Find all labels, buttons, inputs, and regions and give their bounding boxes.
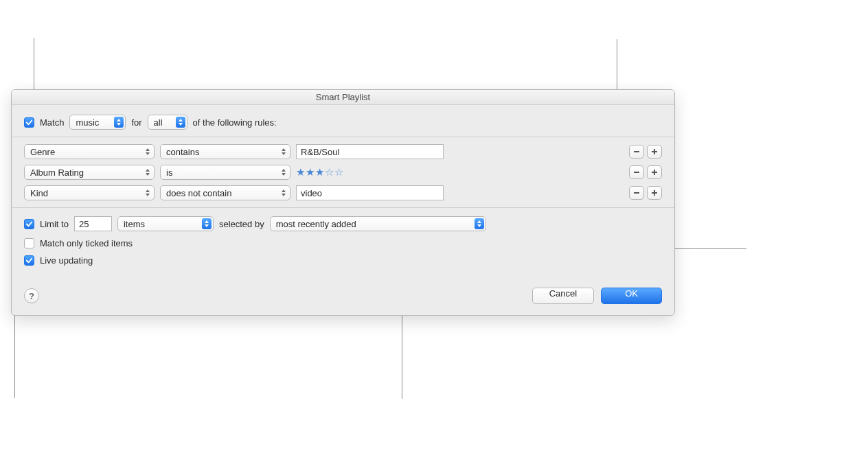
remove-rule-button[interactable] (629, 186, 644, 200)
plus-icon (651, 169, 658, 176)
ok-button[interactable]: OK (601, 288, 662, 304)
help-icon: ? (29, 291, 34, 301)
smart-playlist-dialog: Smart Playlist Match music for all of th… (11, 89, 675, 316)
remove-rule-button[interactable] (629, 165, 644, 179)
rule-field-value: Genre (30, 147, 55, 157)
star-filled-icon: ★ (296, 166, 305, 178)
match-ticked-label: Match only ticked items (40, 238, 133, 248)
rule-value-text: R&B/Soul (301, 147, 339, 157)
limit-unit-value: items (124, 219, 145, 229)
svg-rect-6 (634, 192, 639, 194)
live-updating-checkbox[interactable] (24, 255, 34, 266)
plus-icon (651, 189, 658, 196)
match-ticked-row: Match only ticked items (24, 238, 662, 248)
dialog-content: Match music for all of the following rul… (12, 105, 674, 315)
star-empty-icon: ☆ (325, 166, 334, 178)
add-rule-button[interactable] (647, 145, 662, 159)
limit-row: Limit to 25 items selected by most recen… (24, 216, 662, 231)
dialog-footer: ? Cancel OK (24, 288, 662, 304)
star-empty-icon: ☆ (334, 166, 343, 178)
rules-list: Genre contains R&B/Soul (12, 137, 674, 208)
svg-rect-2 (654, 149, 655, 154)
limit-unit-popup[interactable]: items (117, 216, 214, 231)
popup-stepper-icon (279, 187, 288, 198)
rule-field-value: Album Rating (30, 167, 84, 178)
rule-value-text: video (301, 188, 322, 198)
match-media-value: music (76, 117, 99, 128)
rule-row: Album Rating is ★★★☆☆ (12, 162, 674, 183)
rule-value-input[interactable]: video (296, 185, 444, 200)
svg-rect-0 (634, 151, 639, 152)
rule-value-input[interactable]: R&B/Soul (296, 144, 444, 159)
plus-icon (651, 148, 658, 155)
rule-star-rating[interactable]: ★★★☆☆ (296, 166, 444, 178)
help-button[interactable]: ? (24, 288, 39, 303)
minus-icon (633, 148, 640, 155)
rule-operator-popup[interactable]: does not contain (160, 185, 290, 200)
selected-by-value: most recently added (276, 219, 356, 229)
rule-operator-value: is (166, 167, 172, 178)
popup-stepper-icon (143, 187, 152, 198)
match-tail-label: of the following rules: (193, 117, 277, 128)
add-rule-button[interactable] (647, 165, 662, 179)
match-checkbox[interactable] (24, 117, 34, 128)
rule-field-value: Kind (30, 188, 48, 198)
cancel-button[interactable]: Cancel (532, 288, 594, 304)
popup-stepper-icon (176, 117, 185, 128)
rule-operator-value: contains (166, 147, 199, 157)
svg-rect-3 (634, 172, 639, 173)
rule-field-popup[interactable]: Album Rating (24, 165, 155, 180)
popup-stepper-icon (475, 218, 484, 229)
add-rule-button[interactable] (647, 186, 662, 200)
star-filled-icon: ★ (306, 166, 315, 178)
svg-rect-8 (654, 190, 655, 196)
limit-count-value: 25 (79, 219, 89, 229)
match-row: Match music for all of the following rul… (24, 115, 662, 130)
remove-rule-button[interactable] (629, 145, 644, 159)
rule-operator-value: does not contain (166, 188, 231, 198)
limit-checkbox[interactable] (24, 219, 34, 229)
popup-stepper-icon (202, 218, 212, 229)
rule-field-popup[interactable]: Kind (24, 185, 155, 200)
star-filled-icon: ★ (315, 166, 324, 178)
limit-label: Limit to (40, 219, 69, 229)
popup-stepper-icon (143, 146, 152, 157)
svg-rect-5 (654, 170, 655, 175)
match-for-label: for (131, 117, 141, 128)
minus-icon (633, 189, 640, 196)
rule-operator-popup[interactable]: contains (160, 144, 290, 159)
minus-icon (633, 169, 640, 176)
match-scope-popup[interactable]: all (148, 115, 187, 130)
selected-by-popup[interactable]: most recently added (270, 216, 486, 231)
match-ticked-checkbox[interactable] (24, 238, 34, 248)
rule-row: Kind does not contain video (12, 183, 674, 203)
popup-stepper-icon (279, 167, 288, 178)
live-updating-label: Live updating (40, 255, 93, 266)
window-title: Smart Playlist (12, 90, 674, 105)
match-scope-value: all (154, 117, 163, 128)
limit-count-input[interactable]: 25 (74, 216, 112, 231)
live-updating-row: Live updating (24, 255, 662, 266)
popup-stepper-icon (114, 117, 124, 128)
selected-by-label: selected by (219, 219, 264, 229)
rule-field-popup[interactable]: Genre (24, 144, 155, 159)
match-label: Match (40, 117, 64, 128)
match-media-popup[interactable]: music (69, 115, 126, 130)
rule-row: Genre contains R&B/Soul (12, 141, 674, 162)
popup-stepper-icon (143, 167, 152, 178)
rule-operator-popup[interactable]: is (160, 165, 290, 180)
popup-stepper-icon (279, 146, 288, 157)
